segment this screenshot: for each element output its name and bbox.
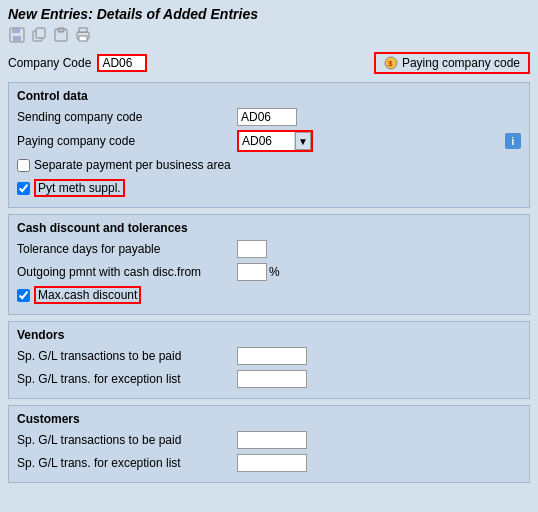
separate-payment-checkbox[interactable] (17, 159, 30, 172)
sending-row: Sending company code (17, 107, 521, 127)
max-cash-label: Max.cash discount (34, 286, 141, 304)
paste-icon[interactable] (52, 26, 70, 44)
svg-rect-9 (79, 36, 87, 41)
paying-company-code-button[interactable]: $ Paying company code (374, 52, 530, 74)
customers-sp-gl-row: Sp. G/L transactions to be paid (17, 430, 521, 450)
svg-rect-8 (79, 28, 87, 32)
vendors-sp-gl-exception-label: Sp. G/L trans. for exception list (17, 372, 237, 386)
svg-rect-4 (36, 28, 45, 38)
max-cash-row: Max.cash discount (17, 285, 521, 305)
cash-discount-title: Cash discount and tolerances (17, 221, 521, 235)
vendors-sp-gl-exception-input[interactable] (237, 370, 307, 388)
paying-code-input-wrap: ▼ (237, 130, 313, 152)
copy-icon[interactable] (30, 26, 48, 44)
svg-rect-1 (12, 28, 20, 33)
outgoing-label: Outgoing pmnt with cash disc.from (17, 265, 237, 279)
tolerance-input[interactable] (237, 240, 267, 258)
pyt-meth-checkbox[interactable] (17, 182, 30, 195)
pyt-meth-row: Pyt meth suppl. (17, 178, 521, 198)
svg-rect-2 (13, 36, 21, 41)
page-title: New Entries: Details of Added Entries (8, 6, 530, 22)
paying-btn-wrap: $ Paying company code (374, 52, 530, 74)
main-page: New Entries: Details of Added Entries (0, 0, 538, 495)
company-code-label: Company Code (8, 56, 91, 70)
svg-text:$: $ (388, 59, 393, 68)
vendors-sp-gl-exception-row: Sp. G/L trans. for exception list (17, 369, 521, 389)
sending-code-input[interactable] (237, 108, 297, 126)
vendors-section: Vendors Sp. G/L transactions to be paid … (8, 321, 530, 399)
control-data-title: Control data (17, 89, 521, 103)
paying-btn-label: Paying company code (402, 56, 520, 70)
customers-sp-gl-label: Sp. G/L transactions to be paid (17, 433, 237, 447)
company-code-input[interactable] (97, 54, 147, 72)
print-icon[interactable] (74, 26, 92, 44)
tolerance-label: Tolerance days for payable (17, 242, 237, 256)
top-row: Company Code $ Paying company code (8, 52, 530, 74)
customers-title: Customers (17, 412, 521, 426)
vendors-title: Vendors (17, 328, 521, 342)
cash-discount-section: Cash discount and tolerances Tolerance d… (8, 214, 530, 315)
sending-label: Sending company code (17, 110, 237, 124)
separate-payment-row: Separate payment per business area (17, 155, 521, 175)
control-data-section: Control data Sending company code Paying… (8, 82, 530, 208)
info-icon[interactable]: i (505, 133, 521, 149)
customers-sp-gl-input[interactable] (237, 431, 307, 449)
paying-icon: $ (384, 56, 398, 70)
tolerance-row: Tolerance days for payable (17, 239, 521, 259)
customers-sp-gl-exception-input[interactable] (237, 454, 307, 472)
separate-payment-label: Separate payment per business area (34, 158, 231, 172)
percent-sign: % (269, 265, 280, 279)
vendors-sp-gl-label: Sp. G/L transactions to be paid (17, 349, 237, 363)
customers-section: Customers Sp. G/L transactions to be pai… (8, 405, 530, 483)
paying-code-input[interactable] (239, 132, 294, 150)
paying-row: Paying company code ▼ i (17, 130, 521, 152)
vendors-sp-gl-row: Sp. G/L transactions to be paid (17, 346, 521, 366)
outgoing-input[interactable] (237, 263, 267, 281)
save-icon[interactable] (8, 26, 26, 44)
customers-sp-gl-exception-label: Sp. G/L trans. for exception list (17, 456, 237, 470)
svg-rect-6 (58, 28, 64, 32)
customers-sp-gl-exception-row: Sp. G/L trans. for exception list (17, 453, 521, 473)
toolbar (8, 26, 530, 44)
vendors-sp-gl-input[interactable] (237, 347, 307, 365)
outgoing-row: Outgoing pmnt with cash disc.from % (17, 262, 521, 282)
max-cash-checkbox[interactable] (17, 289, 30, 302)
paying-code-label: Paying company code (17, 134, 237, 148)
info-icon-wrap: i (505, 133, 521, 149)
paying-code-dropdown-btn[interactable]: ▼ (295, 132, 311, 150)
company-code-row: Company Code (8, 54, 147, 72)
pyt-meth-label: Pyt meth suppl. (34, 179, 125, 197)
